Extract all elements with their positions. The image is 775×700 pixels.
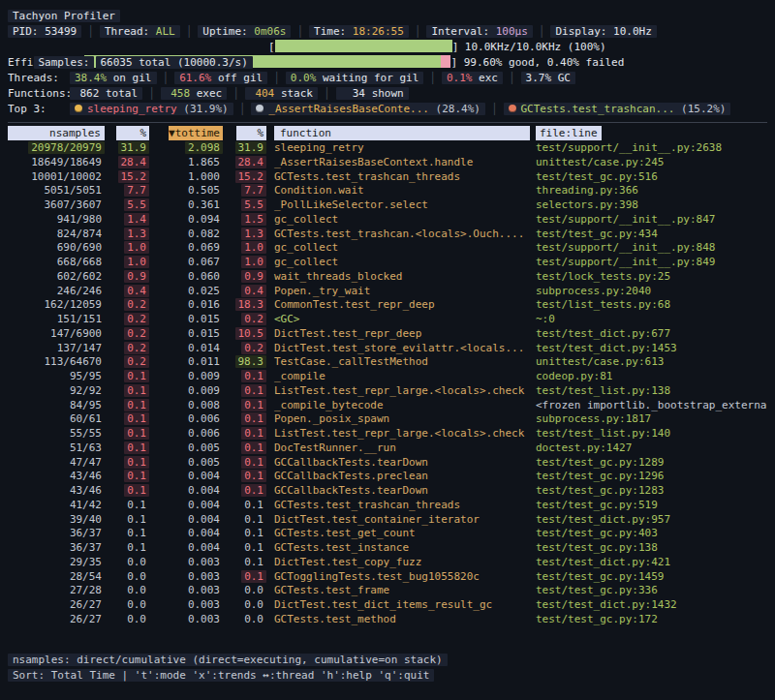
nsamples-value: 27/28 [67, 584, 105, 596]
tottime-value: 0.003 [185, 570, 223, 583]
separator: │ [533, 25, 551, 38]
function-name: gc_collect [274, 241, 338, 254]
cell-tottime: 0.005 [149, 441, 223, 456]
threads-segment: 0.0% waiting for gil [286, 72, 423, 84]
separator: │ [81, 25, 100, 38]
cum-pct-value: 0.2 [241, 342, 266, 354]
cell-file-line: test/test_dict.py:1453 [530, 342, 767, 356]
table-row[interactable]: 84/950.10.0080.1_compile_bytecode<frozen… [8, 399, 767, 413]
table-row[interactable]: 92/920.10.0090.1ListTest.test_repr_large… [8, 384, 767, 399]
cell-function: CommonTest.test_repr_deep [266, 298, 530, 313]
table-row[interactable]: 26/270.00.0030.0GCTests.test_methodtest/… [8, 613, 767, 627]
efficiency-text: 99.60% good, 0.40% failed [457, 56, 624, 69]
cell-cum-pct: 0.1 [223, 412, 266, 427]
table-row[interactable]: 47/470.10.0050.1GCCallbackTests.tearDown… [8, 456, 767, 471]
table-row[interactable]: 60/610.10.0060.1Popen._posix_spawnsubpro… [8, 412, 767, 427]
status-pid-value: 53499 [45, 25, 77, 38]
tottime-value: 0.094 [185, 213, 223, 226]
col-header-cum-pct[interactable]: % [236, 126, 266, 140]
direct-pct-value: 0.2 [124, 313, 149, 325]
direct-pct-value: 0.1 [124, 513, 149, 526]
direct-pct-value: 0.1 [124, 470, 149, 482]
table-row[interactable]: 55/550.10.0060.1ListTest.test_repr_large… [8, 427, 767, 441]
nsamples-value: 3607/3607 [41, 198, 105, 211]
file-line: test/test_gc.py:138 [536, 541, 658, 554]
status-uptime: Uptime: 0m06s [198, 25, 291, 38]
cell-direct-pct: 0.1 [105, 441, 149, 456]
status-pid-label: PID: [13, 25, 45, 38]
cell-direct-pct: 0.1 [105, 484, 149, 499]
tottime-value: 0.067 [185, 256, 223, 268]
top3-item: GCTests.test_trashcan... (15.2%) [504, 103, 731, 115]
table-row[interactable]: 162/120590.20.01618.3CommonTest.test_rep… [8, 298, 767, 313]
cell-nsamples: 941/980 [8, 213, 105, 228]
cum-pct-value: 10.5 [235, 327, 267, 340]
functions-desc: shown [372, 87, 404, 100]
table-row[interactable]: 824/8741.30.0821.3GCTests.test_trashcan.… [8, 228, 767, 242]
table-row[interactable]: 95/950.10.0090.1_compilecodeop.py:81 [8, 370, 767, 384]
cell-file-line: test/support/__init__.py:2638 [530, 141, 767, 156]
file-line: codeop.py:81 [536, 370, 612, 382]
table-row[interactable]: 26/270.00.0030.0DictTest.test_dict_items… [8, 598, 767, 613]
table-row[interactable]: 18649/1864928.41.86528.4_AssertRaisesBas… [8, 156, 767, 170]
direct-pct-value: 15.2 [118, 170, 150, 183]
table-row[interactable]: 246/2460.40.0250.4Popen._try_waitsubproc… [8, 285, 767, 299]
table-row[interactable]: 941/9801.40.0941.5gc_collecttest/support… [8, 213, 767, 228]
top3-function-name: sleeping_retry [87, 103, 183, 115]
cell-direct-pct: 0.1 [105, 399, 149, 413]
table-row[interactable]: 5051/50517.70.5057.7Condition.waitthread… [8, 184, 767, 198]
cell-tottime: 0.004 [149, 513, 223, 528]
col-header-nsamples[interactable]: nsamples [8, 126, 105, 140]
nsamples-value: 137/147 [54, 342, 105, 354]
col-header-function[interactable]: function [274, 126, 530, 140]
table-row[interactable]: 36/370.10.0040.1GCTests.test_instancetes… [8, 541, 767, 556]
table-row[interactable]: 151/1510.20.0150.2<GC>~:0 [8, 313, 767, 327]
col-header-file-line[interactable]: file:line [536, 126, 602, 140]
table-row[interactable]: 43/460.10.0040.1GCCallbackTests.tearDown… [8, 484, 767, 499]
function-name: DictTest.test_container_iterator [274, 513, 480, 526]
cell-tottime: 0.014 [149, 342, 223, 356]
table-row[interactable]: 39/400.10.0040.1DictTest.test_container_… [8, 513, 767, 528]
nsamples-value: 55/55 [67, 427, 105, 440]
top3-item: sleeping_retry (31.9%) [70, 103, 233, 115]
table-row[interactable]: 147/69000.20.01510.5DictTest.test_repr_d… [8, 327, 767, 342]
col-header-direct-pct[interactable]: % [116, 126, 149, 140]
table-row[interactable]: 43/460.10.0040.1GCCallbackTests.preclean… [8, 470, 767, 484]
status-interval-value: 100μs [496, 25, 528, 38]
direct-pct-value: 0.1 [124, 541, 149, 554]
table-row[interactable]: 20978/2097931.92.09831.9sleeping_retryte… [8, 141, 767, 156]
function-name: GCTogglingTests.test_bug1055820c [274, 570, 480, 583]
table-row[interactable]: 113/646700.20.01198.3TestCase._callTestM… [8, 355, 767, 370]
file-line: test/test_dict.py:677 [536, 327, 670, 340]
status-uptime-label: Uptime: [202, 25, 254, 38]
table-row[interactable]: 137/1470.20.0140.2DictTest.test_store_ev… [8, 342, 767, 356]
cell-function: ListTest.test_repr_large.<locals>.check [266, 427, 530, 441]
table-row[interactable]: 3607/36075.50.3615.5_PollLikeSelector.se… [8, 198, 767, 213]
file-line: <frozen importlib._bootstrap_external [536, 399, 767, 411]
cell-cum-pct: 0.1 [223, 556, 266, 570]
cell-direct-pct: 0.1 [105, 527, 149, 541]
cell-function: GCTests.test_trashcan_threads [266, 170, 530, 185]
table-row[interactable]: 29/350.00.0030.1DictTest.test_copy_fuzzt… [8, 556, 767, 570]
col-header-tottime[interactable]: ▼tottime [169, 126, 223, 140]
cell-nsamples: 36/37 [8, 527, 105, 541]
tottime-value: 0.005 [185, 441, 223, 454]
cell-file-line: test/test_gc.py:403 [530, 527, 767, 541]
cell-nsamples: 26/27 [8, 613, 105, 627]
cell-direct-pct: 5.5 [105, 198, 149, 213]
table-row[interactable]: 602/6020.90.0600.9wait_threads_blockedte… [8, 270, 767, 285]
table-row[interactable]: 668/6681.00.0671.0gc_collecttest/support… [8, 256, 767, 270]
tottime-value: 0.008 [185, 399, 223, 411]
table-row[interactable]: 690/6901.00.0691.0gc_collecttest/support… [8, 241, 767, 256]
table-row[interactable]: 51/630.10.0050.1DocTestRunner.__rundocte… [8, 441, 767, 456]
table-row[interactable]: 36/370.10.0040.1GCTests.test_get_countte… [8, 527, 767, 541]
cell-cum-pct: 7.7 [223, 184, 266, 198]
function-name: gc_collect [274, 213, 338, 226]
tottime-value: 0.009 [185, 370, 223, 382]
table-row[interactable]: 10001/1000215.21.00015.2GCTests.test_tra… [8, 170, 767, 185]
cell-tottime: 0.008 [149, 399, 223, 413]
cell-tottime: 0.009 [149, 384, 223, 399]
table-row[interactable]: 41/420.10.0040.1GCTests.test_trashcan_th… [8, 499, 767, 513]
table-row[interactable]: 27/280.00.0030.0GCTests.test_frametest/t… [8, 584, 767, 598]
table-row[interactable]: 28/540.00.0030.1GCTogglingTests.test_bug… [8, 570, 767, 585]
